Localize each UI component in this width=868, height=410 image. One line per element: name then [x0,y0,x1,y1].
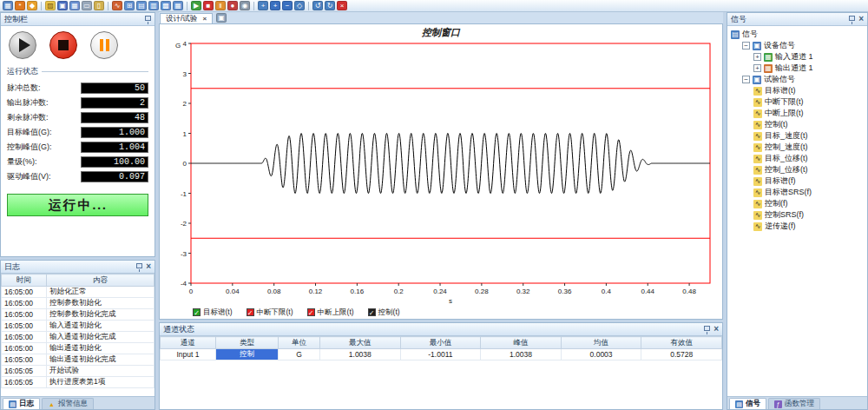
tree-item[interactable]: ∿目标谱SRS(f) [727,187,867,198]
tree-item[interactable]: −▣试验信号 [727,74,867,85]
tree-item[interactable]: ▤信号 [727,29,867,40]
grid-view-icon[interactable]: ⊞ [124,1,135,10]
expand-icon[interactable]: + [753,53,761,61]
tree-item[interactable]: ∿中断下限(t) [727,96,867,108]
legend-checkbox[interactable]: ✓ [247,308,254,316]
tree-item-label: 中断下限(t) [765,96,804,108]
log-row[interactable]: 16:05:00控制参数初始化 [2,298,155,309]
tab-alarm-info[interactable]: ▲报警信息 [42,398,94,409]
record-icon[interactable]: ● [227,1,238,10]
log-cell-content: 执行进度表第1项 [47,377,155,388]
zoom-out-icon[interactable]: − [282,1,293,10]
legend-checkbox[interactable]: ✓ [307,308,315,316]
log-row[interactable]: 16:05:05开始试验 [2,366,155,377]
save-all-icon[interactable]: ▦ [69,1,80,10]
log-cell-content: 开始试验 [47,366,155,377]
close-icon[interactable]: × [713,325,719,334]
snapshot-icon[interactable]: ◉ [240,1,250,10]
status-field-label: 控制峰值(G): [7,142,52,153]
channel-cell: -1.0011 [400,349,481,360]
log-row[interactable]: 16:05:00输入通道初始化 [2,321,155,332]
tree-item[interactable]: ∿目标_位移(t) [727,153,867,164]
log-icon: ▤ [9,400,16,408]
channel-column-header: 均值 [561,337,641,349]
save-icon[interactable]: ▣ [57,1,68,10]
log-row[interactable]: 16:05:00输出通道初始化完成 [2,354,155,366]
right-column: 信号 × ▤信号−▣设备信号+▦输入通道 1+▦输出通道 1−▣试验信号∿目标谱… [727,12,868,410]
collapse-icon[interactable]: − [742,42,750,50]
start-test-icon[interactable]: ▶ [191,1,201,10]
tab-function-manager[interactable]: ƒ函数管理 [768,398,820,409]
channel-status-panel: 通道状态 × 通道类型单位最大值最小值峰值均值有效值 Input 1控制G1.0… [159,322,723,410]
log-row[interactable]: 16:05:00控制参数初始化完成 [2,309,155,321]
pause-test-icon[interactable]: ‖ [215,1,226,10]
log-row[interactable]: 16:05:00输出通道初始化 [2,343,155,354]
report-icon[interactable]: ▯ [94,1,104,10]
log-row[interactable]: 16:05:05执行进度表第1项 [2,377,155,388]
channel-row[interactable]: Input 1控制G1.0038-1.00111.00380.00030.572… [161,349,722,360]
tree-item[interactable]: ∿控制(t) [727,119,867,130]
tab-signal[interactable]: ▤信号 [729,398,766,409]
tree-item[interactable]: +▦输出通道 1 [727,63,867,74]
pin-icon[interactable] [849,16,855,21]
zoom-in-icon[interactable]: + [270,1,280,10]
log-row[interactable]: 16:05:00输入通道初始化完成 [2,332,155,343]
pin-icon[interactable] [136,263,142,268]
start-button[interactable] [9,31,36,59]
table-view-icon[interactable]: ▦ [173,1,183,10]
legend-checkbox[interactable]: ✓ [368,308,376,316]
log-row[interactable]: 16:05:00初始化正常 [2,287,155,298]
close-icon[interactable]: × [146,262,151,271]
tree-item[interactable]: ∿目标谱(t) [727,85,867,96]
split-horizontal-icon[interactable]: ▤ [136,1,147,10]
channel-column-header: 类型 [216,337,279,349]
undo-icon[interactable]: ↺ [312,1,323,10]
log-cell-time: 16:05:00 [2,287,47,298]
redo-icon[interactable]: ↻ [325,1,335,10]
tab-log[interactable]: ▤日志 [3,398,40,409]
split-vertical-icon[interactable]: ▥ [148,1,159,10]
tree-item[interactable]: ∿控制_位移(t) [727,164,867,175]
pin-icon[interactable] [145,16,151,21]
tree-item[interactable]: ∿控制_速度(t) [727,142,867,153]
x-tick-label: 0.32 [516,288,530,295]
legend-checkbox[interactable]: ✓ [193,308,201,316]
channel-type-cell[interactable]: 控制 [216,349,279,360]
document-tabstrip: 设计/试验 × ▣ [159,12,723,23]
tree-item[interactable]: ∿控制(f) [727,198,867,209]
stop-test-icon[interactable]: ■ [203,1,214,10]
log-cell-time: 16:05:00 [2,332,47,343]
tree-item[interactable]: ∿中断上限(t) [727,108,867,119]
y-tick-label: -1 [181,190,187,198]
tab-design-test-label: 设计/试验 [166,14,197,24]
collapse-icon[interactable]: − [742,76,750,83]
expand-icon[interactable]: + [753,64,761,72]
tree-item[interactable]: ∿控制SRS(f) [727,209,867,221]
control-bar-body: 运行状态 脉冲总数:50输出脉冲数:2剩余脉冲数:48目标峰值(G):1.000… [1,26,155,256]
tree-item[interactable]: +▦输入通道 1 [727,51,867,63]
tab-design-test[interactable]: 设计/试验 × [160,13,213,23]
stop-button[interactable] [49,31,77,59]
tree-item[interactable]: ∿逆传递(f) [727,221,867,232]
wrench-icon[interactable]: ◆ [27,1,37,10]
new-chart-icon[interactable]: ∿ [112,1,122,10]
monitor-icon[interactable]: ▦ [3,1,13,10]
main-area: 控制栏 运行状态 脉冲总数:50输出脉冲数:2剩余脉冲数:48目标峰值(G):1… [0,12,868,410]
pan-icon[interactable]: ◇ [294,1,305,10]
capture-icon[interactable]: ▣ [216,13,227,23]
tree-item[interactable]: ∿目标谱(f) [727,175,867,187]
close-icon[interactable]: × [337,1,347,10]
tree-item[interactable]: −▣设备信号 [727,40,867,51]
gear-icon[interactable]: * [15,1,25,10]
tree-item[interactable]: ∿目标_速度(t) [727,130,867,142]
pause-button[interactable] [90,31,118,59]
x-tick-label: 0.48 [682,288,696,295]
pin-icon[interactable] [704,326,710,331]
status-field-value: 100.00 [81,156,148,168]
tab-close-icon[interactable]: × [202,16,207,23]
overlay-view-icon[interactable]: ▩ [161,1,171,10]
open-project-icon[interactable]: ▨ [45,1,56,10]
close-icon[interactable]: × [858,15,864,23]
print-icon[interactable]: ▭ [82,1,92,10]
cursor-icon[interactable]: + [258,1,268,10]
